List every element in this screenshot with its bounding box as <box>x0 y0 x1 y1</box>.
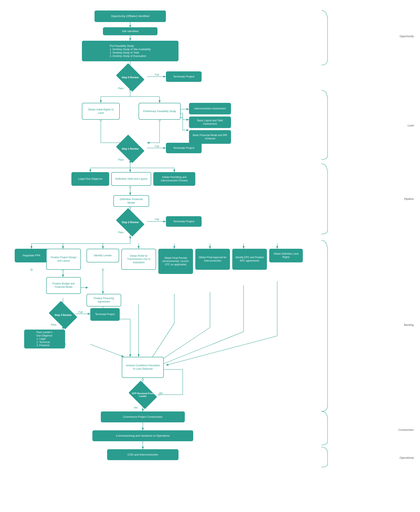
step1-diamond: Step 1 Review <box>119 140 142 157</box>
pass-label-1: Pass <box>118 87 124 90</box>
svg-line-62 <box>160 332 244 365</box>
preliminary-feasibility-box: Preliminary Feasibility Study <box>139 103 180 120</box>
finalize-project-design-box: Finalize Project Design and Layout <box>46 249 81 270</box>
obtain-final-permits-box: Obtain Final Permits (environmental, cou… <box>158 249 193 274</box>
ntp-diamond: NTP Received From Lender <box>131 386 154 403</box>
svg-point-86 <box>142 379 144 380</box>
commence-construction-box: Commence Project Construction <box>101 411 185 422</box>
diagram-container: Opportunity (Offtaker) Identified Site I… <box>0 0 420 512</box>
basic-layout-box: Basic Layout and Yield Assessment <box>189 117 231 128</box>
svg-line-52 <box>90 344 124 357</box>
initiate-permitting-box: Initiate Permitting and Interconnection … <box>153 172 195 186</box>
definitive-yield-box: Definitive Yield and Layout <box>111 172 151 186</box>
obtain-initial-rights-box: Obtain Initial Rights to Land <box>82 103 120 120</box>
pass-label-3: Pass <box>118 231 124 234</box>
definitive-financial-box: Definitive Financial Model <box>113 195 149 207</box>
site-identified-box: Site Identified <box>103 27 158 35</box>
operational-label: Operational <box>400 456 414 459</box>
svg-point-76 <box>129 186 131 188</box>
svg-point-81 <box>102 269 104 271</box>
lead-bracket: Lead <box>408 124 414 127</box>
fail-label-1: Fail <box>155 73 159 76</box>
terminate-1-box: Terminate Project <box>166 71 202 82</box>
pipeline-bracket: Pipeline <box>404 197 414 200</box>
negotiate-ppa-box: Negotiate PPA <box>15 249 48 262</box>
terminate-3-box: Terminate Project <box>166 216 202 227</box>
svg-point-79 <box>31 269 32 271</box>
yes-label: Yes <box>134 406 138 409</box>
construction-bracket: Construction <box>398 428 414 431</box>
construction-label: Construction <box>398 428 414 431</box>
no-label: No <box>160 392 163 395</box>
finalize-budget-box: Finalize Budget and Financial Model <box>46 277 81 294</box>
opportunity-label: Opportunity <box>400 35 414 38</box>
obtain-definitive-land-box: Obtain Definitive Land Rights <box>269 249 303 262</box>
backlog-bracket: Backlog <box>404 323 414 326</box>
step0-diamond: Step 0 Review <box>119 69 142 86</box>
lead-label: Lead <box>408 124 414 127</box>
operational-bracket: Operational <box>400 456 414 459</box>
cod-box: COD and Interconnection <box>107 449 179 460</box>
fail-label-3: Fail <box>155 218 159 221</box>
obtain-row-box: Obtain ROW for Transmission Line to Subs… <box>121 249 156 270</box>
terminate-4-box: Terminate Project <box>90 308 120 321</box>
pipeline-label: Pipeline <box>404 197 414 200</box>
opportunity-bracket: Opportunity <box>400 35 414 38</box>
pass-lenders-box: Pass Lender's Due Diligence: 1. Legal 2.… <box>24 330 65 349</box>
opportunity-identified-box: Opportunity (Offtaker) Identified <box>95 10 166 22</box>
step2-diamond: Step 2 Review <box>119 214 142 231</box>
fail-label-2: Fail <box>155 145 159 148</box>
legal-due-diligence-box: Legal Due Diligence <box>71 172 109 186</box>
achieve-conditions-box: Achieve Conditions Precedent to Loan Dis… <box>122 357 164 378</box>
pass-label-2: Pass <box>118 158 124 161</box>
interconnection-assessment-box: Interconnection Assessment <box>189 103 231 114</box>
terminate-2-box: Terminate Project <box>166 143 202 153</box>
step3-diamond: Step 3 Review <box>52 306 75 324</box>
fail-label-4: Fail <box>79 311 82 314</box>
identify-epc-box: Identify EPC and Finalize EPC agreements <box>232 249 267 270</box>
svg-line-64 <box>166 336 277 365</box>
basic-financial-box: Basic Financial Model and IRR Achieved <box>189 130 231 144</box>
pre-feasibility-box: Pre-Feasibility Study: 1. Desktop Study … <box>82 41 179 61</box>
finalize-financing-box: Finalize Financing Agreement <box>87 294 121 306</box>
pass-label-4: Pass <box>51 323 56 326</box>
obtain-final-approval-box: Obtain Final Approval for Interconnectio… <box>195 249 230 270</box>
commissioning-box: Commissioning and Handover to Operations <box>92 430 193 441</box>
backlog-label: Backlog <box>404 323 414 326</box>
identify-lender-box: Identify Lender <box>87 249 119 262</box>
